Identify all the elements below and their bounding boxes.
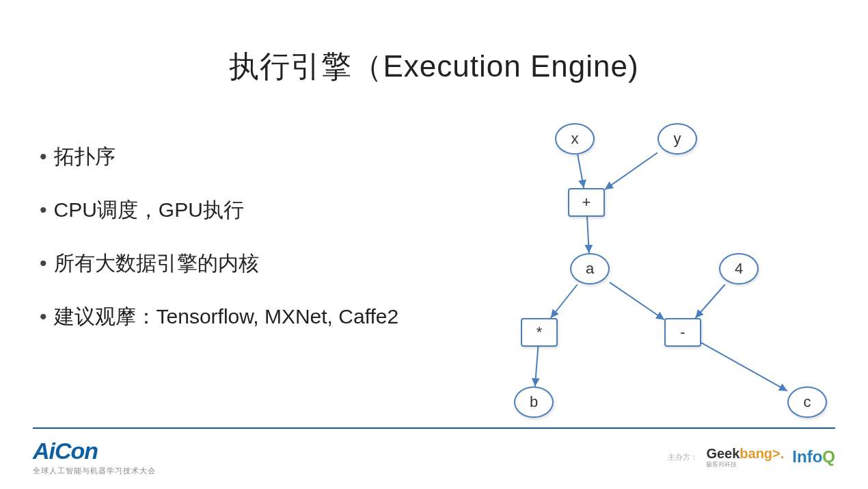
- geek-gt: >.: [772, 446, 784, 461]
- infoq-b: Q: [822, 447, 835, 466]
- bullet-text: 所有大数据引擎的内核: [54, 249, 259, 278]
- bullet-text: 建议观摩：Tensorflow, MXNet, Caffe2: [54, 302, 399, 331]
- aicon-logo: AiCon 全球人工智能与机器学习技术大会: [33, 438, 156, 476]
- aicon-subtitle: 全球人工智能与机器学习技术大会: [33, 466, 156, 476]
- aicon-brand-text: AiCon: [33, 438, 156, 464]
- bullet-item: 所有大数据引擎的内核: [40, 249, 511, 278]
- slide: 执行引擎（Execution Engine) 拓扑序 CPU调度，GPU执行 所…: [0, 0, 868, 489]
- bullet-list: 拓扑序 CPU调度，GPU执行 所有大数据引擎的内核 建议观摩：Tensorfl…: [40, 142, 511, 356]
- graph-node-b: b: [514, 386, 554, 418]
- graph-edge-mul-b: [535, 347, 539, 386]
- graph-edge-sub-c: [701, 343, 787, 391]
- geekbang-logo: Geekbang>. 极客邦科技: [706, 446, 784, 468]
- sponsor-row: 主办方： Geekbang>. 极客邦科技 InfoQ: [668, 446, 835, 468]
- computation-graph-diagram: xy+a4*-bc: [514, 113, 839, 434]
- geek-text-b: bang: [740, 446, 772, 461]
- infoq-a: Info: [792, 447, 822, 466]
- slide-title: 执行引擎（Execution Engine): [0, 47, 868, 87]
- graph-node-mul: *: [521, 318, 558, 347]
- graph-edge-a-sub: [610, 282, 664, 320]
- bullet-item: CPU调度，GPU执行: [40, 196, 511, 224]
- graph-node-y: y: [657, 123, 697, 155]
- graph-edge-four-sub: [696, 285, 725, 318]
- geek-text-a: Geek: [706, 446, 740, 461]
- graph-node-sub: -: [664, 318, 701, 347]
- graph-node-a: a: [570, 253, 610, 285]
- aicon-brand: AiCon: [33, 438, 98, 464]
- graph-node-c: c: [787, 386, 827, 418]
- graph-edge-x-plus: [578, 155, 584, 188]
- bullet-text: CPU调度，GPU执行: [54, 196, 244, 224]
- graph-edge-a-mul: [551, 285, 578, 318]
- host-label: 主办方：: [668, 452, 698, 462]
- graph-edge-plus-a: [587, 217, 589, 253]
- infoq-logo: InfoQ: [792, 447, 835, 466]
- graph-edge-y-plus: [605, 153, 657, 189]
- geek-sub: 极客邦科技: [706, 462, 784, 468]
- footer-divider: [33, 427, 835, 429]
- bullet-text: 拓扑序: [54, 142, 116, 171]
- bullet-item: 拓扑序: [40, 142, 511, 171]
- graph-node-x: x: [555, 123, 595, 155]
- diagram-edges: [514, 113, 839, 434]
- graph-node-plus: +: [568, 188, 605, 217]
- graph-node-four: 4: [719, 253, 759, 285]
- bullet-item: 建议观摩：Tensorflow, MXNet, Caffe2: [40, 302, 511, 331]
